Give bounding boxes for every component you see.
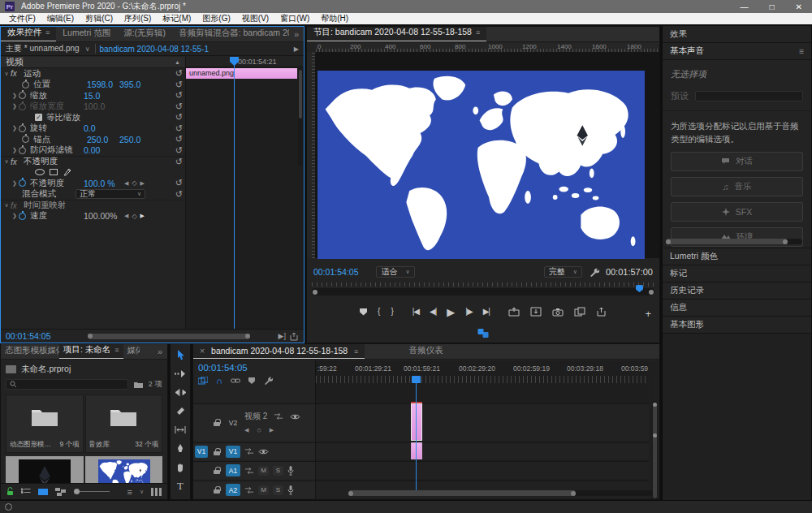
v2-target-badge[interactable]: V2 [226,416,240,429]
effect-group-time-remapping[interactable]: ∨fx 时间重映射 [1,200,185,211]
close-button[interactable]: ✕ [796,2,802,11]
menu-help[interactable]: 帮助(H) [315,13,354,24]
program-video-area[interactable] [316,53,659,258]
a2-source-patch[interactable] [195,484,208,496]
v2-track-name[interactable]: 视频 2 [244,411,267,422]
nest-sequence-toggle-icon[interactable] [198,377,208,386]
play-only-icon[interactable]: ▶] [279,332,286,340]
ec-playhead-line[interactable] [234,57,235,329]
snap-in-program-monitor-icon[interactable] [478,329,489,338]
bin-sound-effects[interactable]: 音效库32 个项 [85,394,163,453]
stopwatch-icon[interactable] [19,125,26,132]
bin-motion-graphics[interactable]: 动态图形模…9 个项 [6,394,84,453]
uniform-scale-checkbox[interactable]: ✓ [35,114,42,121]
program-scrollbar[interactable] [312,288,654,295]
lift-button[interactable] [508,307,520,317]
tab-sequence[interactable]: × bandicam 2020-04-08 12-55-18-158 ≡ [193,344,365,359]
step-forward-button[interactable]: |▶ [465,308,472,316]
reset-icon[interactable]: ↺ [175,145,183,156]
button-editor-plus[interactable]: + [645,308,651,320]
timeline-current-timecode[interactable]: 00:01:54:05 [193,360,315,373]
reset-icon[interactable]: ↺ [175,101,183,112]
add-marker-button[interactable] [360,308,367,316]
stopwatch-icon[interactable] [22,136,29,143]
project-file-name[interactable]: 未命名.prproj [21,364,71,375]
expand-icon[interactable]: ❯ [11,180,19,187]
ripple-edit-tool[interactable] [173,386,188,399]
timeline-playhead-line[interactable] [416,383,417,491]
v1-source-patch[interactable]: V1 [195,446,208,458]
preset-input[interactable] [695,91,803,101]
thumbnail-zoom-slider[interactable] [74,491,110,492]
a2-solo-button[interactable]: S [273,485,283,495]
program-playhead-icon[interactable] [636,285,643,292]
collapse-icon[interactable]: ▲ [175,59,180,65]
v2-next-keyframe-icon[interactable]: ▶ [270,427,274,433]
effect-group-motion[interactable]: ∨fx 运动 ↺ [1,68,185,80]
v1-toggle-output-eye-icon[interactable] [258,448,269,455]
stopwatch-icon[interactable] [19,213,26,220]
speed-value[interactable]: 100.00% [84,211,123,221]
export-share-button[interactable] [596,307,607,317]
panel-menu-icon[interactable]: ≡ [45,28,50,37]
menu-view[interactable]: 视图(V) [236,13,274,24]
a1-mute-button[interactable]: M [258,466,269,476]
position-y-value[interactable]: 395.0 [119,80,152,89]
export-icon[interactable] [289,332,299,341]
next-keyframe-icon[interactable]: ▶ [140,180,145,187]
item-bandicam-video[interactable] [85,456,163,485]
settings-wrench-icon[interactable] [589,267,599,278]
tab-overflow-chevron[interactable]: » [289,28,304,41]
tab-overflow-chevron[interactable]: » [153,345,167,359]
ec-clip-bar[interactable]: unnamed.png [186,68,297,79]
new-item-button[interactable] [151,488,162,496]
v2-add-keyframe-icon[interactable]: ○ [257,426,261,434]
a2-target-badge[interactable]: A2 [226,484,240,496]
next-keyframe-icon[interactable]: ▶ [140,213,145,219]
menu-clip[interactable]: 剪辑(C) [80,13,119,24]
tab-motion-graphics-templates[interactable]: 态图形模板媒体 [1,344,59,359]
panel-menu-icon[interactable]: ≡ [354,347,358,356]
a1-voiceover-mic-icon[interactable] [287,466,294,476]
pen-mask-icon[interactable] [63,168,71,177]
step-back-button[interactable]: ◀| [430,308,436,316]
timeline-lanes[interactable]: :59:22 00:01:29:21 00:01:59:21 00:02:29:… [316,360,649,499]
reset-icon[interactable]: ↺ [175,90,183,101]
mark-out-button[interactable]: } [391,308,393,316]
v2-lock-icon[interactable] [214,419,220,426]
a2-mute-button[interactable]: M [258,485,269,495]
ellipse-mask-icon[interactable] [35,169,45,175]
extract-button[interactable] [530,307,542,317]
tab-lumetri-color[interactable]: Lumetri 颜色 [663,248,811,265]
v1-sync-lock-icon[interactable] [244,447,254,455]
v2-source-patch[interactable] [195,416,208,429]
type-tool[interactable]: T [173,480,188,492]
effect-group-opacity[interactable]: ∨fx 不透明度 ↺ [1,156,185,167]
ec-timeline-ruler[interactable]: 00:01:54:21 [186,57,304,67]
show-keyframes-toggle-icon[interactable]: ▶ [294,45,299,53]
icon-view-button[interactable] [38,488,48,496]
freeform-view-button[interactable] [55,488,67,496]
tab-lumetri-scopes[interactable]: Lumetri 范围 [56,27,117,41]
play-button[interactable]: ▶ [447,307,455,317]
comparison-view-button[interactable] [574,307,585,317]
sequence-clip-label[interactable]: bandicam 2020-04-08 12-55-18-… [99,45,209,54]
new-search-bin-icon[interactable] [133,381,144,389]
a1-source-patch[interactable] [195,464,208,476]
menu-edit[interactable]: 编辑(E) [41,13,80,24]
project-search-input[interactable] [6,379,128,390]
menu-window[interactable]: 窗口(W) [274,13,315,24]
a2-lock-icon[interactable] [214,486,220,494]
menu-sequence[interactable]: 序列(S) [119,13,157,24]
tab-markers[interactable]: 标记 [663,265,811,282]
position-x-value[interactable]: 1598.0 [87,80,119,89]
prev-keyframe-icon[interactable]: ◀ [124,180,128,187]
stopwatch-icon[interactable] [19,179,26,187]
reset-icon[interactable]: ↺ [175,80,183,90]
tab-essential-graphics[interactable]: 基本图形 [663,317,811,334]
reset-icon[interactable]: ↺ [175,189,183,200]
menu-graphics[interactable]: 图形(G) [197,13,235,24]
tab-info[interactable]: 信息 [663,300,811,317]
stopwatch-icon[interactable] [19,92,26,99]
expand-icon[interactable]: ❯ [11,93,19,99]
